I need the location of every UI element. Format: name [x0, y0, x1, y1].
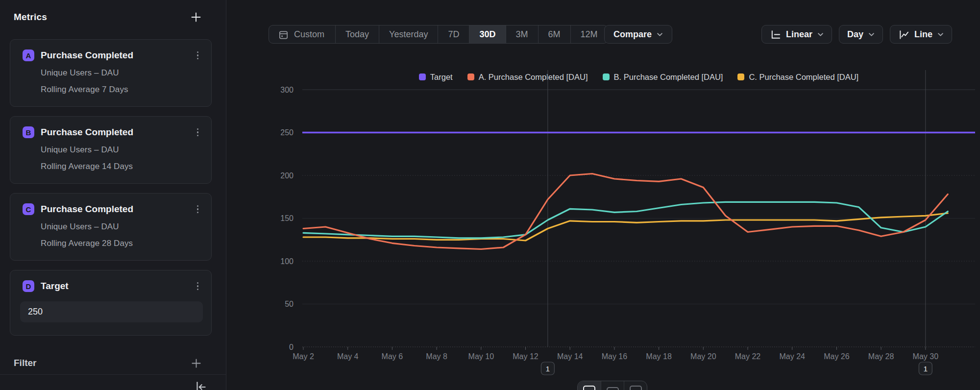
svg-text:May 26: May 26 — [824, 352, 850, 361]
metric-badge: C — [23, 203, 34, 215]
svg-text:100: 100 — [280, 257, 294, 266]
annotation-badge[interactable]: 1 — [919, 362, 932, 375]
svg-text:1: 1 — [923, 365, 928, 373]
svg-text:1: 1 — [546, 365, 550, 373]
plus-icon — [191, 358, 202, 369]
sidebar-divider — [0, 374, 226, 375]
svg-text:May 18: May 18 — [646, 352, 672, 361]
metric-badge: B — [23, 126, 34, 138]
x-axis-labels: May 2May 4May 6May 8May 10May 12May 14Ma… — [293, 347, 938, 361]
card-menu-button[interactable] — [195, 204, 201, 215]
svg-text:200: 200 — [280, 171, 294, 180]
metric-card[interactable]: C Purchase Completed Unique Users – DAU … — [10, 193, 212, 261]
svg-text:May 2: May 2 — [293, 352, 314, 361]
plus-icon — [190, 11, 202, 23]
svg-text:May 12: May 12 — [513, 352, 539, 361]
annotation-badge[interactable]: 1 — [541, 362, 554, 375]
svg-text:May 4: May 4 — [337, 352, 359, 361]
svg-text:May 10: May 10 — [468, 352, 494, 361]
metrics-title: Metrics — [14, 12, 47, 23]
collapse-left-icon — [194, 380, 208, 390]
add-metric-button[interactable] — [190, 11, 202, 23]
metric-title: Purchase Completed — [41, 127, 195, 138]
target-card-header: D Target — [23, 280, 200, 292]
svg-text:300: 300 — [280, 86, 294, 94]
metric-rolling-average: Rolling Average 14 Days — [41, 162, 200, 171]
metric-rolling-average: Rolling Average 7 Days — [41, 85, 200, 95]
chart-svg: 050100150200250300May 2May 4May 6May 8Ma… — [226, 0, 980, 390]
metric-title: Purchase Completed — [41, 204, 195, 215]
table-view-icon — [630, 386, 642, 390]
view-toggle-split[interactable] — [601, 381, 624, 390]
svg-text:May 16: May 16 — [602, 352, 628, 361]
collapse-sidebar-button[interactable] — [194, 380, 208, 390]
metric-card[interactable]: B Purchase Completed Unique Users – DAU … — [10, 116, 212, 184]
metric-card-list: A Purchase Completed Unique Users – DAU … — [10, 39, 212, 345]
target-title: Target — [41, 281, 195, 292]
split-view-icon — [607, 387, 619, 390]
metric-card-header: C Purchase Completed — [23, 203, 200, 215]
metric-measurement: Unique Users – DAU — [41, 145, 200, 155]
metric-badge: D — [23, 280, 34, 292]
svg-text:May 28: May 28 — [868, 352, 894, 361]
svg-text:0: 0 — [289, 343, 294, 351]
metric-measurement: Unique Users – DAU — [41, 222, 200, 232]
metric-measurement: Unique Users – DAU — [41, 68, 200, 78]
filter-header: Filter — [0, 356, 226, 370]
view-toggle-table[interactable] — [624, 381, 647, 390]
svg-text:May 6: May 6 — [382, 352, 403, 361]
svg-text:150: 150 — [280, 214, 294, 222]
board-view-icon — [583, 386, 595, 390]
svg-text:250: 250 — [280, 128, 294, 137]
y-axis-labels: 050100150200250300 — [280, 86, 294, 351]
annotation-lines — [548, 70, 926, 347]
metric-rolling-average: Rolling Average 28 Days — [41, 239, 200, 248]
svg-text:May 24: May 24 — [779, 352, 805, 361]
view-toggle-chart[interactable] — [578, 381, 601, 390]
target-value-input[interactable]: 250 — [20, 301, 203, 322]
svg-text:May 14: May 14 — [557, 352, 583, 361]
card-menu-button[interactable] — [195, 50, 201, 61]
metric-badge: A — [23, 49, 34, 61]
metrics-header: Metrics — [0, 10, 226, 24]
svg-text:May 22: May 22 — [735, 352, 761, 361]
sidebar: Metrics A Purchase Completed Unique User… — [0, 0, 226, 390]
svg-text:May 20: May 20 — [690, 352, 716, 361]
svg-text:May 30: May 30 — [913, 352, 939, 361]
metric-card-header: A Purchase Completed — [23, 49, 200, 61]
svg-text:May 8: May 8 — [426, 352, 447, 361]
metric-title: Purchase Completed — [41, 50, 195, 61]
svg-text:50: 50 — [285, 300, 294, 308]
view-toggle-group — [577, 381, 647, 390]
filter-label: Filter — [14, 358, 36, 368]
metric-card[interactable]: A Purchase Completed Unique Users – DAU … — [10, 39, 212, 107]
metric-card-header: B Purchase Completed — [23, 126, 200, 138]
card-menu-button[interactable] — [195, 281, 201, 292]
card-menu-button[interactable] — [195, 127, 201, 138]
add-filter-button[interactable] — [191, 358, 202, 369]
target-card[interactable]: D Target 250 — [10, 270, 212, 336]
